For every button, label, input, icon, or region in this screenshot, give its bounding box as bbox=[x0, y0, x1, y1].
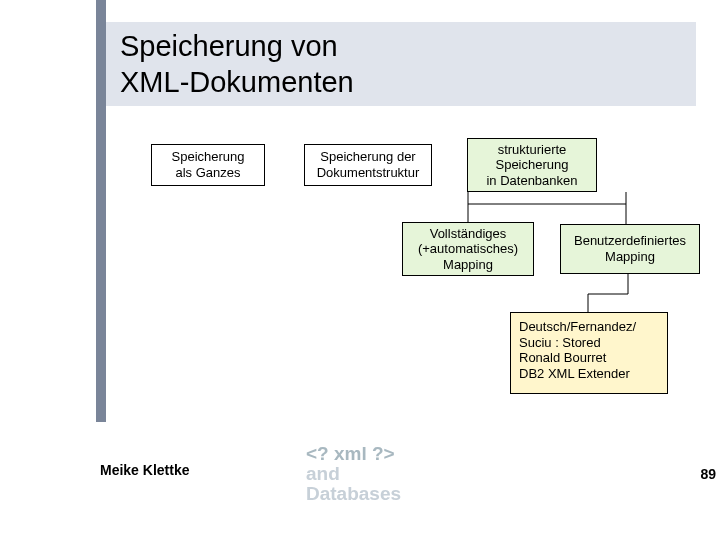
title-line-1: Speicherung von bbox=[120, 30, 338, 62]
node-label: Speicherung der Dokumentstruktur bbox=[317, 149, 420, 180]
node-label: Deutsch/Fernandez/ Suciu : Stored Ronald… bbox=[519, 319, 636, 381]
author-name: Meike Klettke bbox=[100, 462, 189, 478]
slide-title: Speicherung von XML-Dokumenten bbox=[106, 22, 696, 106]
node-storage-whole: Speicherung als Ganzes bbox=[151, 144, 265, 186]
node-storage-docstructure: Speicherung der Dokumentstruktur bbox=[304, 144, 432, 186]
node-structured-db: strukturierte Speicherung in Datenbanken bbox=[467, 138, 597, 192]
node-label: Vollständiges (+automatisches) Mapping bbox=[418, 226, 518, 273]
node-label: strukturierte Speicherung in Datenbanken bbox=[486, 142, 577, 189]
page-number: 89 bbox=[700, 466, 716, 482]
title-line-2: XML-Dokumenten bbox=[120, 66, 354, 98]
node-full-mapping: Vollständiges (+automatisches) Mapping bbox=[402, 222, 534, 276]
node-references: Deutsch/Fernandez/ Suciu : Stored Ronald… bbox=[510, 312, 668, 394]
accent-bar bbox=[96, 0, 106, 422]
node-label: Benutzerdefiniertes Mapping bbox=[574, 233, 686, 264]
node-userdef-mapping: Benutzerdefiniertes Mapping bbox=[560, 224, 700, 274]
logo-line-1: <? xml ?> bbox=[306, 444, 401, 464]
node-label: Speicherung als Ganzes bbox=[172, 149, 245, 180]
logo-line-2: and bbox=[306, 464, 401, 484]
logo-line-3: Databases bbox=[306, 484, 401, 504]
footer-logo: <? xml ?> and Databases bbox=[306, 444, 401, 504]
